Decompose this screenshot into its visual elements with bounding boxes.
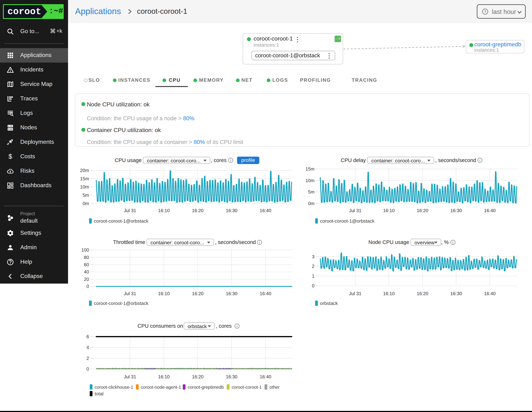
svg-text:$: $ bbox=[9, 153, 12, 160]
